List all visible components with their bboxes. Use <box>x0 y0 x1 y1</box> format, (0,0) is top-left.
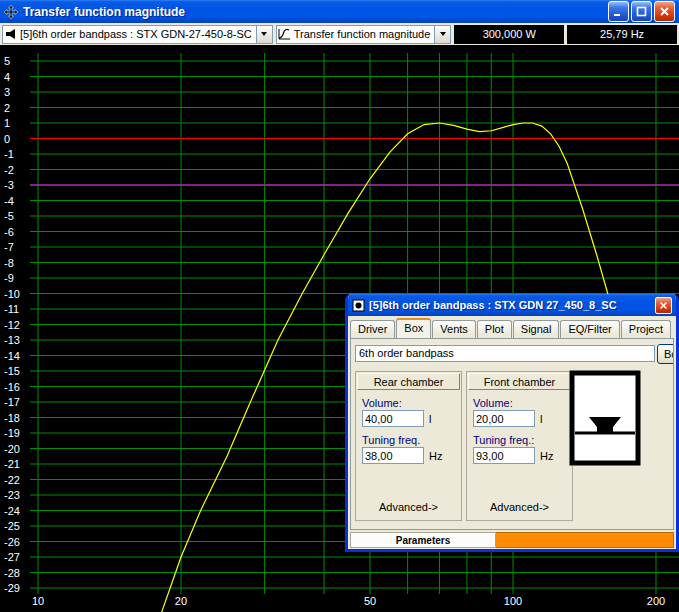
y-tick-label: -28 <box>4 567 20 579</box>
y-tick-label: -7 <box>4 241 14 253</box>
dialog-title: [5]6th order bandpass : STX GDN 27_450_8… <box>369 299 655 311</box>
rear-tuning-unit: Hz <box>429 450 442 462</box>
tab-plot[interactable]: Plot <box>477 320 512 338</box>
tab-vents[interactable]: Vents <box>432 320 476 338</box>
front-tuning-input[interactable] <box>473 447 535 464</box>
box-tab-panel: 6th order bandpass Bo Rear chamber Volum… <box>350 338 674 530</box>
front-tuning-label: Tuning freq.: <box>473 434 572 446</box>
project-icon <box>3 28 19 40</box>
y-tick-label: -20 <box>4 443 20 455</box>
y-tick-label: 5 <box>4 55 10 67</box>
window-title: Transfer function magnitude <box>23 5 608 19</box>
y-tick-label: 2 <box>4 102 10 114</box>
y-tick-label: -22 <box>4 474 20 486</box>
box-button[interactable]: Bo <box>657 344 674 364</box>
y-tick-label: -23 <box>4 489 20 501</box>
y-tick-label: -29 <box>4 582 20 594</box>
y-tick-label: -15 <box>4 365 20 377</box>
window-icon <box>4 5 18 19</box>
y-tick-label: -6 <box>4 226 14 238</box>
rear-chamber-group: Rear chamber Volume: l Tuning freq. Hz A… <box>355 371 462 521</box>
tab-project[interactable]: Project <box>621 320 671 338</box>
y-tick-label: 3 <box>4 86 10 98</box>
y-tick-label: 0 <box>4 133 10 145</box>
project-combo-value: [5]6th order bandpass : STX GDN-27-450-8… <box>19 28 256 40</box>
rear-advanced-link[interactable]: Advanced-> <box>356 501 461 513</box>
front-volume-input[interactable] <box>473 410 535 427</box>
rear-tuning-label: Tuning freq. <box>362 434 461 446</box>
y-tick-label: -2 <box>4 164 14 176</box>
y-tick-label: -24 <box>4 505 20 517</box>
rear-tuning-input[interactable] <box>362 447 424 464</box>
y-tick-label: -11 <box>4 303 19 315</box>
y-tick-label: 1 <box>4 117 10 129</box>
power-readout[interactable]: 300,000 W <box>454 25 564 44</box>
plot-type-icon <box>277 28 293 40</box>
front-tuning-unit: Hz <box>540 450 553 462</box>
dialog-bottom-bar: Parameters <box>350 532 674 548</box>
front-volume-label: Volume: <box>473 397 572 409</box>
y-tick-label: -8 <box>4 257 14 269</box>
y-tick-label: -14 <box>4 350 20 362</box>
window-titlebar[interactable]: Transfer function magnitude <box>0 0 679 23</box>
y-tick-label: 4 <box>4 71 10 83</box>
y-tick-label: -27 <box>4 551 20 563</box>
minimize-button[interactable] <box>608 1 629 22</box>
y-tick-label: -16 <box>4 381 20 393</box>
plot-type-combo-value: Transfer function magnitude <box>293 28 435 40</box>
frequency-readout[interactable]: 25,79 Hz <box>567 25 677 44</box>
y-tick-label: -13 <box>4 334 20 346</box>
y-tick-label: -19 <box>4 427 20 439</box>
y-tick-label: -26 <box>4 536 20 548</box>
chevron-down-icon <box>256 26 272 43</box>
bandpass-box-diagram <box>569 370 641 466</box>
y-tick-label: -18 <box>4 412 20 424</box>
y-tick-label: -9 <box>4 272 14 284</box>
rear-volume-input[interactable] <box>362 410 424 427</box>
chevron-down-icon <box>434 26 450 43</box>
front-advanced-link[interactable]: Advanced-> <box>467 501 572 513</box>
x-tick-label: 50 <box>364 595 376 607</box>
x-tick-label: 200 <box>647 595 665 607</box>
parameters-button[interactable]: Parameters <box>350 532 496 548</box>
dialog-close-button[interactable] <box>655 297 672 314</box>
x-tick-label: 10 <box>32 595 44 607</box>
box-type-field[interactable]: 6th order bandpass <box>355 345 655 362</box>
rear-volume-label: Volume: <box>362 397 461 409</box>
x-tick-label: 100 <box>504 595 522 607</box>
front-chamber-header[interactable]: Front chamber <box>468 373 571 390</box>
rear-volume-unit: l <box>429 413 431 425</box>
y-tick-label: -17 <box>4 396 20 408</box>
y-tick-label: -12 <box>4 319 20 331</box>
x-tick-label: 20 <box>175 595 187 607</box>
y-tick-label: -21 <box>4 458 20 470</box>
close-button[interactable] <box>654 1 675 22</box>
tab-eq-filter[interactable]: EQ/Filter <box>560 320 619 338</box>
toolbar: [5]6th order bandpass : STX GDN-27-450-8… <box>0 23 679 45</box>
project-combo[interactable]: [5]6th order bandpass : STX GDN-27-450-8… <box>2 25 273 44</box>
rear-chamber-header[interactable]: Rear chamber <box>357 373 460 390</box>
y-tick-label: -1 <box>4 148 14 160</box>
front-chamber-group: Front chamber Volume: l Tuning freq.: Hz… <box>466 371 573 521</box>
tab-signal[interactable]: Signal <box>513 320 560 338</box>
dialog-titlebar[interactable]: [5]6th order bandpass : STX GDN 27_450_8… <box>348 294 676 316</box>
front-volume-unit: l <box>540 413 542 425</box>
maximize-button[interactable] <box>631 1 652 22</box>
y-tick-label: -4 <box>4 195 14 207</box>
progress-bar <box>496 532 674 548</box>
y-tick-label: -10 <box>4 288 20 300</box>
dialog-body: DriverBoxVentsPlotSignalEQ/FilterProject… <box>348 316 676 549</box>
dialog-icon <box>352 299 365 312</box>
tab-box[interactable]: Box <box>396 318 431 338</box>
y-tick-label: -3 <box>4 179 14 191</box>
tab-driver[interactable]: Driver <box>350 320 395 338</box>
app-window: Transfer function magnitude [5]6th order… <box>0 0 679 612</box>
plot-type-combo[interactable]: Transfer function magnitude <box>276 25 452 44</box>
y-tick-label: -25 <box>4 520 20 532</box>
box-dialog: [5]6th order bandpass : STX GDN 27_450_8… <box>345 294 679 552</box>
dialog-tabs: DriverBoxVentsPlotSignalEQ/FilterProject <box>350 319 672 338</box>
y-tick-label: -5 <box>4 210 14 222</box>
